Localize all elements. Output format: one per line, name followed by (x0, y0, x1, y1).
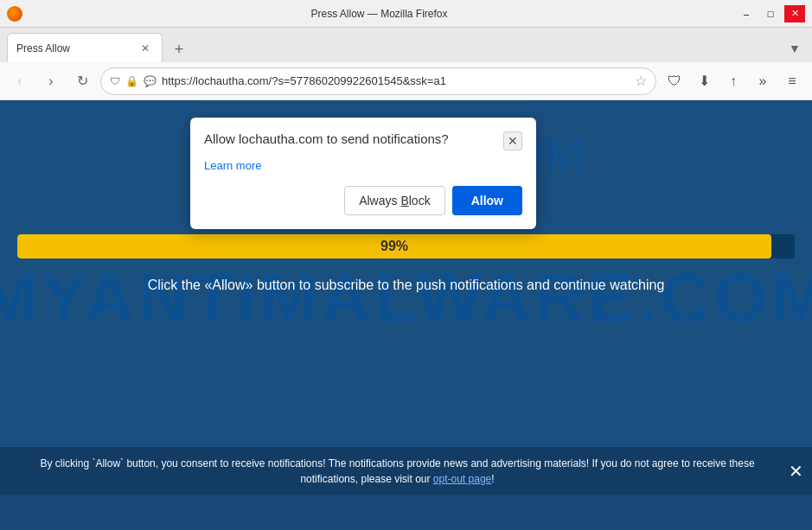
popup-close-button[interactable]: ✕ (503, 131, 522, 150)
popup-actions: Always Block Allow (204, 186, 522, 215)
popup-title: Allow lochautha.com to send notification… (204, 131, 503, 146)
tab-title: Press Allow (16, 42, 131, 54)
minimize-button[interactable]: – (736, 5, 757, 22)
active-tab[interactable]: Press Allow ✕ (7, 33, 163, 62)
window-title: Press Allow — Mozilla Firefox (22, 8, 736, 20)
url-text: https://lochautha.com/?s=577860209922601… (162, 74, 630, 87)
overflow-button[interactable]: » (750, 68, 776, 94)
window-controls: – □ ✕ (736, 5, 805, 22)
opt-out-link[interactable]: opt-out page (433, 473, 491, 485)
nav-right-icons: 🛡 ⬇ ↑ » ≡ (662, 68, 805, 94)
list-all-tabs-button[interactable]: ▼ (784, 38, 805, 59)
share-button[interactable]: ↑ (720, 68, 746, 94)
menu-button[interactable]: ≡ (779, 68, 805, 94)
security-shield-icon: 🛡 (110, 75, 120, 87)
title-bar: Press Allow — Mozilla Firefox – □ ✕ (0, 0, 812, 28)
learn-more-link[interactable]: Learn more (204, 159, 522, 172)
watermark-middle: MYANTIMALWARE.COM (0, 259, 812, 338)
always-block-label: Always Block (359, 194, 430, 208)
downloads-button[interactable]: ⬇ (691, 68, 717, 94)
close-window-button[interactable]: ✕ (784, 5, 805, 22)
back-button[interactable]: ‹ (7, 68, 33, 94)
lock-icon: 🔒 (125, 75, 138, 87)
progress-container: 99% (17, 234, 795, 259)
nav-bar: ‹ › ↻ 🛡 🔒 💬 https://lochautha.com/?s=577… (0, 62, 812, 100)
firefox-logo-icon (7, 6, 22, 22)
progress-percent: 99% (380, 239, 408, 254)
maximize-button[interactable]: □ (760, 5, 781, 22)
reload-button[interactable]: ↻ (69, 68, 95, 94)
bookmark-star-icon[interactable]: ☆ (635, 73, 647, 89)
tab-bar: Press Allow ✕ + ▼ (0, 28, 812, 62)
notification-icon: 💬 (144, 75, 157, 87)
page-content: ZALWARE.COM MYANTIMALWARE.COM 99% Click … (0, 100, 812, 495)
consent-bar-close-button[interactable]: ✕ (789, 461, 803, 482)
url-bar[interactable]: 🛡 🔒 💬 https://lochautha.com/?s=577860209… (100, 67, 656, 95)
tab-bar-right: ▼ (192, 38, 805, 62)
instruction-text: Click the «Allow» button to subscribe to… (0, 278, 812, 293)
consent-text-2: ! (491, 473, 494, 485)
notification-popup: Allow lochautha.com to send notification… (190, 118, 536, 229)
new-tab-button[interactable]: + (166, 36, 192, 62)
allow-button[interactable]: Allow (452, 186, 522, 215)
always-block-button[interactable]: Always Block (344, 186, 444, 215)
progress-bar-background: 99% (17, 234, 795, 259)
forward-button[interactable]: › (38, 68, 64, 94)
consent-bar: By clicking `Allow` button, you consent … (0, 447, 812, 495)
title-bar-left (7, 6, 22, 22)
progress-bar-fill: 99% (17, 234, 771, 259)
pocket-button[interactable]: 🛡 (662, 68, 687, 94)
consent-text-1: By clicking `Allow` button, you consent … (40, 457, 754, 485)
popup-header: Allow lochautha.com to send notification… (204, 131, 522, 150)
tab-close-button[interactable]: ✕ (137, 41, 153, 56)
